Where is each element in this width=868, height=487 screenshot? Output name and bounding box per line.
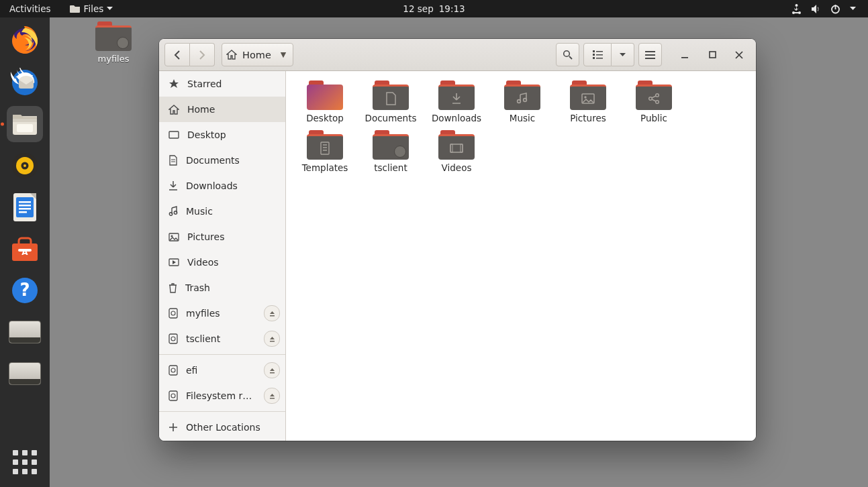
hamburger-menu-button[interactable]: [638, 43, 662, 66]
svg-point-55: [584, 96, 586, 98]
back-button[interactable]: [164, 43, 190, 66]
svg-point-42: [171, 235, 173, 237]
svg-rect-34: [645, 54, 655, 56]
file-item-desktop[interactable]: Desktop: [294, 80, 356, 123]
trash-icon: [168, 282, 177, 293]
dock-item-show-applications[interactable]: [7, 444, 43, 480]
sidebar-item-downloads[interactable]: Downloads: [159, 173, 285, 199]
dock-item-thunderbird[interactable]: [7, 64, 43, 101]
files-view[interactable]: Desktop Documents Downloads: [286, 71, 756, 441]
svg-point-57: [656, 93, 659, 97]
chevron-left-icon: [173, 50, 181, 60]
sidebar-item-label: Trash: [185, 282, 210, 293]
desktop-icon-myfiles[interactable]: myfiles: [83, 21, 144, 64]
file-item-videos[interactable]: Videos: [426, 130, 487, 173]
system-status-area[interactable]: [791, 4, 868, 14]
folder-icon: [438, 80, 475, 110]
file-item-templates[interactable]: Templates: [294, 130, 356, 173]
svg-point-51: [171, 394, 175, 398]
path-bar[interactable]: Home ▼: [222, 43, 293, 66]
sidebar-item-label: Starred: [187, 78, 222, 89]
svg-rect-18: [19, 205, 31, 207]
file-item-downloads[interactable]: Downloads: [426, 80, 487, 123]
star-icon: [168, 78, 179, 89]
sidebar-item-music[interactable]: Music: [159, 199, 285, 224]
sidebar-item-tsclient[interactable]: tsclient: [159, 326, 285, 351]
dock-item-rhythmbox[interactable]: [7, 148, 43, 184]
search-button[interactable]: [556, 43, 579, 66]
dock-item-firefox[interactable]: [7, 23, 43, 59]
file-item-pictures[interactable]: Pictures: [557, 80, 619, 123]
forward-button[interactable]: [190, 43, 215, 66]
eject-button[interactable]: [264, 362, 280, 378]
folder-icon: [636, 80, 672, 110]
dock-item-ubuntu-software[interactable]: A: [7, 231, 43, 267]
sidebar-item-pictures[interactable]: Pictures: [159, 224, 285, 250]
dock-item-libreoffice-writer[interactable]: [7, 189, 43, 225]
eject-button[interactable]: [264, 331, 280, 347]
sidebar-item-desktop[interactable]: Desktop: [159, 122, 285, 148]
file-item-label: Videos: [426, 162, 487, 173]
view-switcher: [583, 43, 634, 66]
eject-button[interactable]: [264, 388, 280, 404]
sidebar-item-documents[interactable]: Documents: [159, 148, 285, 173]
view-options-button[interactable]: [612, 43, 634, 66]
sidebar-item-other-locations[interactable]: Other Locations: [159, 415, 285, 440]
window-headerbar: Home ▼: [159, 39, 756, 71]
plus-icon: [168, 423, 178, 432]
file-item-public[interactable]: Public: [623, 80, 685, 123]
sidebar-item-label: Filesystem r…: [186, 390, 252, 401]
svg-rect-44: [169, 309, 177, 318]
desktop[interactable]: myfiles Home ▼: [50, 17, 868, 487]
svg-rect-10: [17, 124, 33, 132]
eject-button[interactable]: [264, 305, 280, 321]
time-label: 19:13: [439, 3, 465, 14]
folder-icon: [504, 80, 540, 110]
list-view-button[interactable]: [583, 43, 612, 66]
sidebar-item-efi[interactable]: efi: [159, 358, 285, 383]
sidebar-item-starred[interactable]: Starred: [159, 71, 285, 97]
svg-rect-59: [321, 142, 329, 154]
activities-button[interactable]: Activities: [0, 0, 60, 17]
sidebar-item-filesystem-root[interactable]: Filesystem r…: [159, 383, 285, 409]
eject-icon: [269, 311, 275, 317]
sidebar-item-videos[interactable]: Videos: [159, 250, 285, 275]
svg-rect-16: [16, 197, 34, 217]
sidebar-item-label: Home: [187, 104, 215, 115]
file-item-music[interactable]: Music: [491, 80, 553, 123]
svg-rect-46: [169, 334, 177, 343]
dock-item-disk-a[interactable]: [7, 314, 43, 350]
close-button[interactable]: [728, 46, 751, 64]
file-item-documents[interactable]: Documents: [360, 80, 422, 123]
drive-icon: [9, 321, 41, 343]
dock-item-files[interactable]: [7, 106, 43, 142]
libreoffice-writer-icon: [11, 192, 38, 223]
clock-button[interactable]: 12 sep 19:13: [403, 3, 465, 14]
svg-point-53: [524, 98, 527, 101]
help-icon: ?: [11, 276, 39, 305]
file-item-label: Downloads: [426, 113, 487, 123]
download-icon: [451, 93, 462, 105]
folder-icon: [307, 80, 343, 110]
sidebar-item-home[interactable]: Home: [159, 97, 285, 122]
file-item-tsclient[interactable]: tsclient: [360, 130, 422, 173]
app-menu-button[interactable]: Files: [60, 0, 123, 17]
maximize-button[interactable]: [701, 46, 724, 64]
rhythmbox-icon: [11, 152, 39, 180]
svg-rect-17: [19, 201, 31, 203]
sidebar-item-label: myfiles: [186, 308, 220, 319]
ubuntu-dock: A ?: [0, 17, 50, 487]
folder-icon: [70, 4, 81, 13]
date-label: 12 sep: [403, 3, 433, 14]
svg-point-1: [792, 11, 795, 14]
sidebar-item-myfiles[interactable]: myfiles: [159, 301, 285, 326]
dock-item-help[interactable]: ?: [7, 272, 43, 309]
sidebar-item-trash[interactable]: Trash: [159, 275, 285, 301]
chevron-right-icon: [198, 50, 206, 60]
places-sidebar: Starred Home Desktop Documents Downloads: [159, 71, 286, 441]
svg-rect-50: [169, 391, 177, 400]
svg-rect-27: [593, 50, 595, 52]
music-icon: [516, 93, 528, 105]
dock-item-disk-b[interactable]: [7, 356, 43, 392]
minimize-button[interactable]: [674, 46, 697, 64]
